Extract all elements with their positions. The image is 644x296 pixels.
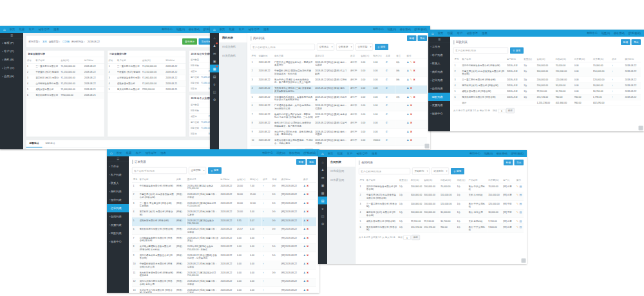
cell[interactable]: 厂房通风设备采购，共12台轴流风机，询问货期与运费: [274, 102, 314, 111]
nav-item[interactable]: 客户: [29, 28, 35, 32]
sidebar-toggle-icon[interactable]: ☰: [428, 37, 450, 42]
doc-icon[interactable]: ▤: [520, 194, 522, 197]
cell[interactable]: 写字楼新风系统改造，希望本周内出具初步设计方案和预算报价: [274, 94, 314, 103]
users-icon[interactable]: ♟: [210, 42, 219, 50]
cell[interactable]: 威胜集团有限公司 (销售合同): [365, 218, 398, 224]
doc-icon[interactable]: ▤: [520, 219, 522, 223]
search-button[interactable]: ⚲ 搜索: [375, 44, 388, 50]
file-icon[interactable]: ▤: [210, 73, 219, 80]
sidebar-item[interactable]: 工作台: [107, 162, 129, 171]
table-row[interactable]: 5威胜集团有限公司 (销售合同)(销售)2018-08-22 [第1期] 应收款…: [132, 217, 316, 227]
user-icon[interactable]: ♟: [407, 113, 410, 116]
table-row[interactable]: 12湖南九典制药股份有限公司 (销售合同) 净化空调(销售)2018-08-22…: [132, 278, 316, 287]
user-icon[interactable]: ♟: [303, 254, 306, 257]
sidebar-item[interactable]: 发票列表: [107, 221, 129, 229]
home-icon[interactable]: ⌂: [318, 158, 327, 166]
phone-icon[interactable]: ✆: [386, 95, 388, 98]
trash-icon[interactable]: ✖: [413, 78, 415, 81]
user-icon[interactable]: ♟: [407, 95, 410, 98]
nav-item[interactable]: 销售管理: [357, 152, 368, 156]
up-icon[interactable]: ↑: [263, 193, 264, 196]
sidebar-item[interactable]: 合同列表: [428, 84, 450, 93]
user-icon[interactable]: ♟: [303, 219, 306, 222]
cell[interactable]: 威胜集团有限公司: [116, 80, 141, 86]
file-icon[interactable]: ▤: [318, 197, 327, 205]
table-row[interactable]: 10中联重科智能技术有限公司 (销售合同) 机房空调(销售)2018-08-22…: [132, 261, 316, 270]
table-row[interactable]: 3三一重工股份有限公司 (销售合同)1台200,000.00200,000.00…: [359, 201, 524, 210]
header-button[interactable]: 新增: [621, 39, 630, 45]
up-icon[interactable]: ↑: [263, 288, 264, 291]
nav-item[interactable]: 报表: [482, 32, 488, 35]
table-row[interactable]: 7山河智能装备股份有限公司 (销售合同) 配件包(销售)2018-08-22 […: [132, 235, 316, 244]
edit-icon[interactable]: ✎: [410, 78, 412, 81]
table-row[interactable]: 1中南智能装备有限公司 (销售合同)(销售)2018年8月 [第1期] 应收款 …: [132, 183, 316, 192]
up-icon[interactable]: ↑: [612, 64, 613, 67]
user-icon[interactable]: ♟: [407, 122, 410, 125]
filter-time-type-link[interactable]: 本年: [43, 40, 48, 43]
table-row[interactable]: 22018-08-22中联重科 (麓谷) 园区恒温恒湿机房建设项目咨询 · 初步…: [251, 68, 427, 77]
goto-confirm-button[interactable]: 确定: [506, 108, 515, 113]
nav-item[interactable]: 首页: [438, 32, 444, 35]
nav-item[interactable]: 消息(0): [387, 28, 396, 32]
up-icon[interactable]: ↑: [612, 69, 613, 73]
cell[interactable]: 中联重科智能技术有限公司 (销售合同) 机房空调: [138, 261, 175, 270]
table-row[interactable]: 3三一重工股份有限公司 (销售合同)2018年8月1台200,000.00120…: [453, 77, 641, 82]
chat-icon[interactable]: ✉: [210, 50, 219, 57]
table-row[interactable]: 6楚天科技股份有限公司 (销售合同)(销售)2018-08-22 [系统] 创建…: [132, 226, 316, 235]
header-button[interactable]: 导出: [307, 159, 317, 165]
user-icon[interactable]: ♟: [303, 280, 306, 283]
cell[interactable]: 酒店中央空调主机大修，更换压缩机及冷媒，需现场评估: [274, 129, 314, 138]
nav-item[interactable]: 销售管理: [249, 28, 260, 32]
nav-item[interactable]: 客户: [457, 32, 463, 35]
user-icon[interactable]: ♟: [407, 69, 410, 73]
briefcase-icon[interactable]: ▣: [318, 181, 327, 189]
phone-icon[interactable]: ✆: [386, 113, 388, 116]
table-row[interactable]: 6楚天科技股份有限公司 (销售合同)1台255,726.00255,726.00…: [359, 224, 524, 233]
sidebar-item[interactable]: 合同列表: [107, 212, 129, 221]
table-row[interactable]: 13长沙比亚迪汽车有限公司 (销售合同) 车间通风(销售)2018-08-22 …: [132, 287, 316, 293]
edit-icon[interactable]: ✎: [516, 219, 518, 223]
nav-item[interactable]: 消息(0): [276, 151, 285, 155]
edit-icon[interactable]: ✎: [410, 95, 412, 98]
filter-amount-type-link[interactable]: 已到账: [62, 40, 70, 43]
header-button[interactable]: 新增: [504, 160, 513, 165]
cell[interactable]: 威胜集团有限公司 (销售合同): [461, 88, 506, 94]
sidebar-item[interactable]: 客户列表: [107, 171, 129, 179]
phone-icon[interactable]: ✆: [386, 69, 388, 73]
table-row[interactable]: 4蓝思科技 (长沙) 有限公司 (销售合同)1台200,000.00200,00…: [359, 209, 524, 218]
sidebar-toggle-icon[interactable]: ☰: [107, 156, 129, 162]
trash-icon[interactable]: ✖: [410, 130, 412, 133]
edit-icon[interactable]: ✎: [516, 211, 518, 214]
table-row[interactable]: 32018-08-22格力中央空调 A型 冷水机组采购意向，客户要求安排技术人员…: [251, 77, 427, 86]
edit-icon[interactable]: ✎: [410, 69, 412, 73]
trash-icon[interactable]: ✖: [307, 271, 308, 274]
up-icon[interactable]: ↑: [263, 184, 264, 187]
sidebar-item[interactable]: 商机列表: [428, 68, 450, 76]
table-row[interactable]: 2中联重科 (长沙) 智能技术有限公司¥1,150,000.002018-08-…: [26, 69, 105, 75]
goto-page-input[interactable]: [403, 236, 410, 240]
doc-icon[interactable]: ▤: [520, 202, 522, 205]
goto-confirm-button[interactable]: 确定: [412, 235, 420, 240]
table-row[interactable]: 1湖南中南智能装备有限公司 (销售合同)2018年8月1台200,000.007…: [453, 62, 641, 68]
nav-item[interactable]: 线索: [448, 32, 453, 35]
cart-icon[interactable]: ▦: [318, 189, 327, 197]
briefcase-icon[interactable]: ▣: [210, 57, 219, 65]
user-icon[interactable]: ♟: [407, 104, 410, 107]
submenu-item[interactable]: 商机列表: [219, 33, 247, 42]
up-icon[interactable]: ↑: [612, 96, 613, 99]
cell[interactable]: 湖南中南智能装备有限公司 (销售合同): [461, 62, 506, 68]
phone-icon[interactable]: ✆: [386, 78, 388, 81]
trash-icon[interactable]: ✖: [307, 288, 308, 291]
user-icon[interactable]: ♟: [303, 245, 306, 248]
submenu-item[interactable]: 已关闭商机: [219, 51, 247, 60]
cell[interactable]: 中建五局 (长沙) 机电设备安装有限公司 (销售合同): [365, 192, 398, 201]
nav-item[interactable]: 客户: [136, 151, 142, 155]
cell[interactable]: 三一重工股份有限公司 (销售合同): [461, 77, 506, 82]
table-row[interactable]: 5楚天科技股份有限公司¥950,000.002018-08-21: [108, 86, 186, 92]
trash-icon[interactable]: ✖: [410, 139, 412, 142]
trash-icon[interactable]: ✖: [307, 210, 308, 214]
user-icon[interactable]: ♟: [303, 184, 306, 187]
trash-icon[interactable]: ✖: [410, 122, 412, 125]
goto-page-input[interactable]: [498, 109, 505, 113]
header-button[interactable]: 导出: [632, 39, 641, 45]
